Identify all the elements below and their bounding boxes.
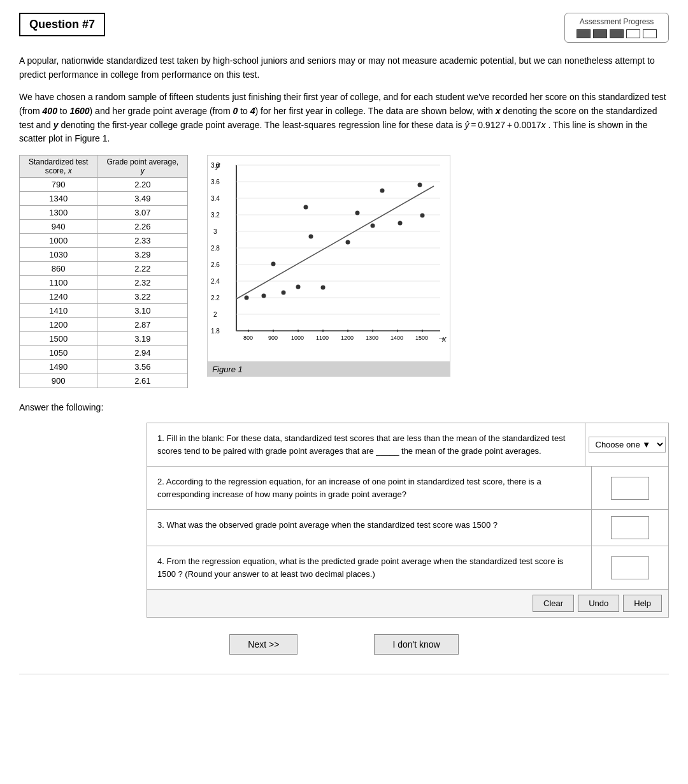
cell-y-5: 3.29 [97, 248, 188, 262]
page-header: Question #7 Assessment Progress [19, 13, 669, 43]
data-point-13 [309, 235, 313, 239]
q2-input[interactable] [611, 477, 649, 500]
svg-text:2.6: 2.6 [211, 261, 220, 268]
data-table: Standardized testscore, x Grade point av… [19, 155, 188, 388]
data-point-9 [355, 211, 360, 215]
progress-block-2 [593, 29, 607, 38]
cell-y-13: 3.56 [97, 360, 188, 374]
scatter-plot-svg: y ↑ x → 1.8 2 2.2 2.4 [208, 156, 450, 359]
table-row: 14103.10 [20, 304, 188, 318]
cell-y-1: 3.49 [97, 192, 188, 206]
svg-text:3.4: 3.4 [211, 195, 220, 202]
question-row-2: 2. According to the regression equation,… [147, 467, 668, 510]
data-point-6 [304, 205, 308, 210]
svg-text:3.6: 3.6 [211, 178, 220, 185]
table-row: 13003.07 [20, 206, 188, 220]
cell-y-14: 2.61 [97, 374, 188, 388]
svg-text:3.8: 3.8 [211, 162, 220, 169]
svg-text:900: 900 [268, 335, 278, 341]
svg-text:2.8: 2.8 [211, 245, 220, 252]
cell-y-6: 2.22 [97, 262, 188, 276]
next-button[interactable]: Next >> [229, 634, 297, 655]
answer-section-title: Answer the following: [19, 402, 669, 412]
col-header-y: Grade point average,y [97, 156, 188, 178]
cell-x-7: 1100 [20, 276, 97, 290]
table-row: 13403.49 [20, 192, 188, 206]
undo-button[interactable]: Undo [578, 595, 619, 612]
data-point-12 [420, 214, 425, 218]
table-row: 12002.87 [20, 318, 188, 332]
progress-block-4 [626, 29, 640, 38]
assessment-progress-box: Assessment Progress [564, 13, 669, 43]
data-point-15 [271, 262, 276, 266]
cell-x-6: 860 [20, 262, 97, 276]
table-row: 10002.33 [20, 234, 188, 248]
q3-input[interactable] [611, 516, 649, 539]
cell-y-9: 3.10 [97, 304, 188, 318]
svg-text:1500: 1500 [415, 335, 428, 341]
svg-text:800: 800 [243, 335, 253, 341]
question-text-3: 3. What was the observed grade point ave… [147, 510, 592, 546]
progress-block-1 [577, 29, 591, 38]
cell-y-2: 3.07 [97, 206, 188, 220]
dont-know-button[interactable]: I don't know [374, 634, 458, 655]
cell-y-8: 3.22 [97, 290, 188, 304]
svg-text:1.8: 1.8 [211, 328, 220, 335]
question-input-cell-4 [592, 546, 668, 589]
svg-text:2.4: 2.4 [211, 278, 220, 285]
question-text-2: 2. According to the regression equation,… [147, 467, 592, 509]
data-section: Standardized testscore, x Grade point av… [19, 155, 669, 388]
cell-x-9: 1410 [20, 304, 97, 318]
cell-y-10: 2.87 [97, 318, 188, 332]
cell-y-0: 2.20 [97, 178, 188, 192]
chart-container: y ↑ x → 1.8 2 2.2 2.4 [207, 155, 450, 377]
progress-block-3 [610, 29, 624, 38]
q4-input[interactable] [611, 556, 649, 579]
svg-text:1100: 1100 [316, 335, 329, 341]
paragraph-2: We have chosen a random sample of fiftee… [19, 91, 669, 146]
chart-svg-wrap: y ↑ x → 1.8 2 2.2 2.4 [207, 155, 450, 362]
progress-blocks [577, 29, 657, 38]
cell-x-3: 940 [20, 220, 97, 234]
help-button[interactable]: Help [623, 595, 662, 612]
cell-x-10: 1200 [20, 318, 97, 332]
data-point-14 [418, 183, 422, 187]
cell-y-11: 3.19 [97, 332, 188, 346]
question-input-cell-3 [592, 510, 668, 546]
cell-x-13: 1490 [20, 360, 97, 374]
data-point-3 [371, 224, 375, 228]
data-point-8 [321, 286, 326, 290]
bottom-divider [19, 674, 669, 674]
question-text-4: 4. From the regression equation, what is… [147, 546, 592, 589]
cell-y-12: 2.94 [97, 346, 188, 360]
cell-x-4: 1000 [20, 234, 97, 248]
svg-text:2.2: 2.2 [211, 294, 220, 301]
actions-row: Clear Undo Help [147, 590, 669, 618]
svg-text:1300: 1300 [366, 335, 378, 341]
svg-text:2: 2 [213, 311, 217, 318]
clear-button[interactable]: Clear [533, 595, 574, 612]
cell-x-11: 1500 [20, 332, 97, 346]
question-input-cell-2 [592, 467, 668, 509]
data-point-10 [398, 221, 403, 226]
question-input-cell-1: Choose one ▼ less than greater than equa… [585, 423, 668, 466]
cell-x-8: 1240 [20, 290, 97, 304]
data-point-4 [282, 291, 286, 295]
paragraph-1: A popular, nationwide standardized test … [19, 54, 669, 82]
col-header-x: Standardized testscore, x [20, 156, 97, 178]
cell-x-5: 1030 [20, 248, 97, 262]
table-row: 8602.22 [20, 262, 188, 276]
cell-x-0: 790 [20, 178, 97, 192]
table-row: 10303.29 [20, 248, 188, 262]
svg-text:3.2: 3.2 [211, 212, 220, 219]
svg-text:1400: 1400 [391, 335, 403, 341]
regression-line [236, 186, 434, 299]
q1-dropdown[interactable]: Choose one ▼ less than greater than equa… [589, 437, 666, 453]
table-row: 9402.26 [20, 220, 188, 234]
question-title: Question #7 [19, 13, 105, 36]
question-row-3: 3. What was the observed grade point ave… [147, 510, 668, 546]
svg-text:3: 3 [213, 228, 217, 235]
svg-text:→: → [438, 335, 445, 342]
svg-text:1200: 1200 [341, 335, 354, 341]
questions-wrapper: 1. Fill in the blank: For these data, st… [147, 423, 669, 590]
